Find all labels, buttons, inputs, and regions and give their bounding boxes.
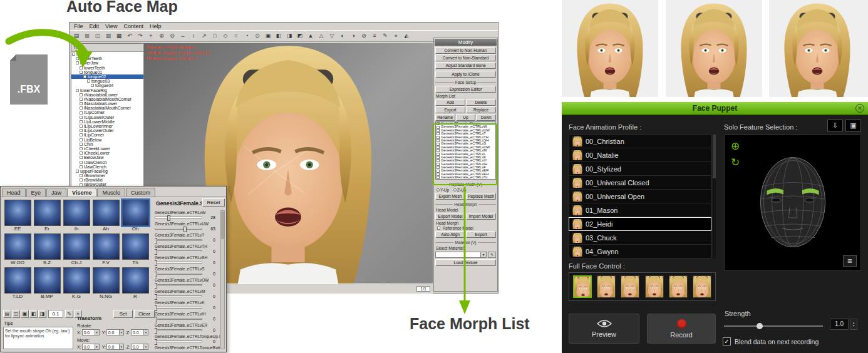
- slider-scrollbar[interactable]: [220, 210, 225, 349]
- expand-icon[interactable]: [80, 174, 83, 177]
- tree-node[interactable]: rNasolabialLower: [71, 93, 143, 97]
- tree-node[interactable]: upperFaceRig: [71, 169, 143, 173]
- tree-node[interactable]: Chin: [71, 142, 143, 146]
- expand-icon[interactable]: [83, 75, 86, 78]
- viseme-thumbnail[interactable]: [4, 233, 31, 260]
- edit-tool-icon[interactable]: ✎: [65, 310, 73, 318]
- expand-icon[interactable]: [80, 102, 83, 105]
- expand-icon[interactable]: [80, 143, 83, 146]
- viseme-thumbnail[interactable]: [34, 233, 61, 260]
- profile-scrollbar[interactable]: [713, 135, 716, 258]
- tree-node[interactable]: lLipLowerOuter: [71, 128, 143, 133]
- slider-track[interactable]: [155, 250, 202, 252]
- tree-node[interactable]: tongue03: [71, 79, 143, 83]
- viseme-thumbnail[interactable]: [122, 267, 149, 294]
- apply-to-iclone-button[interactable]: Apply to iClone: [435, 71, 496, 78]
- viseme-thumbnail[interactable]: [4, 267, 31, 294]
- character-thumbnail[interactable]: [666, 0, 762, 97]
- expand-icon[interactable]: [80, 120, 83, 123]
- tree-node[interactable]: rJawClench: [71, 160, 143, 165]
- slider-knob[interactable]: [155, 260, 157, 266]
- profile-item[interactable]: 00_Stylized: [569, 162, 711, 176]
- viseme-thumbnail[interactable]: [122, 200, 149, 226]
- tree-node[interactable]: lNasolabialMouthCorner: [71, 106, 143, 110]
- character-thumbnail[interactable]: [769, 0, 868, 97]
- viseme-cell[interactable]: Ah: [91, 200, 120, 232]
- toolbar-icon[interactable]: ▲: [306, 31, 316, 41]
- menu-item[interactable]: Help: [147, 23, 165, 29]
- expand-icon[interactable]: [80, 161, 83, 164]
- profile-item[interactable]: 00_Universal Open: [569, 190, 711, 203]
- viseme-cell[interactable]: Er: [33, 200, 61, 232]
- morph-list-button[interactable]: Replace: [466, 106, 496, 113]
- expand-icon[interactable]: [80, 147, 83, 150]
- viseme-thumbnail[interactable]: [34, 267, 61, 294]
- face-control-thumb[interactable]: [573, 275, 592, 298]
- toolbar-icon[interactable]: ▥: [103, 31, 113, 41]
- stepper-icon[interactable]: ▾: [143, 344, 148, 349]
- toolbar-icon[interactable]: ◨: [284, 31, 294, 41]
- morph-order-button[interactable]: Rename: [435, 114, 455, 121]
- clear-button[interactable]: Clear: [134, 310, 155, 318]
- toolbar-icon[interactable]: △: [316, 31, 326, 41]
- expand-icon[interactable]: [80, 138, 83, 141]
- toolbar-icon[interactable]: ◔: [242, 31, 252, 41]
- expand-icon[interactable]: [80, 129, 83, 132]
- convert-button[interactable]: Convert to Non-Human: [435, 47, 496, 54]
- toolbar-icon[interactable]: □: [210, 31, 220, 41]
- face-control-thumb[interactable]: [645, 275, 664, 298]
- viseme-cell[interactable]: Th: [121, 233, 150, 265]
- toolbar-icon[interactable]: ⊖: [167, 31, 177, 41]
- stepper-icon[interactable]: ▾: [119, 330, 123, 335]
- slider-knob[interactable]: [155, 238, 157, 243]
- set-button[interactable]: Set: [113, 310, 133, 318]
- expand-icon[interactable]: [80, 165, 83, 168]
- expand-icon[interactable]: [76, 89, 79, 92]
- radio-icon[interactable]: [437, 188, 440, 192]
- blend-checkbox[interactable]: ✓ Blend data on next recording: [723, 337, 819, 345]
- strength-value[interactable]: 1.0: [830, 319, 849, 330]
- profile-item[interactable]: 02_Heidi: [569, 217, 711, 231]
- rotate-icon[interactable]: ↻: [728, 155, 743, 170]
- feature-list-icon[interactable]: ≣: [843, 255, 857, 267]
- slider-track[interactable]: [155, 340, 202, 342]
- strength-stepper[interactable]: ▴▾: [850, 319, 857, 330]
- expression-editor-button[interactable]: Expression Editor: [435, 86, 496, 93]
- profile-item[interactable]: 01_Mason: [569, 203, 711, 217]
- tree-node[interactable]: tongue02: [71, 74, 143, 79]
- edit-tool-icon[interactable]: ◨: [38, 310, 46, 318]
- face-control-thumb[interactable]: [693, 275, 711, 298]
- face-key-tab[interactable]: Muscle: [97, 188, 125, 197]
- expand-icon[interactable]: [76, 170, 79, 173]
- checkbox-icon[interactable]: ✓: [723, 337, 731, 345]
- axis-input[interactable]: 0.0 ▾: [82, 329, 100, 335]
- slider-knob[interactable]: [155, 305, 157, 311]
- slider-track[interactable]: [155, 273, 202, 275]
- edit-tool-icon[interactable]: ▣: [21, 310, 29, 318]
- slider-knob[interactable]: [155, 272, 157, 277]
- face-control-thumb[interactable]: [669, 275, 688, 298]
- character-thumbnail[interactable]: [562, 0, 658, 97]
- convert-button[interactable]: Adjust Standard Bone: [435, 62, 496, 69]
- viseme-cell[interactable]: T.LD: [3, 267, 32, 299]
- viseme-thumbnail[interactable]: [4, 200, 31, 226]
- menu-item[interactable]: View: [102, 23, 120, 29]
- face-key-tab[interactable]: Jaw: [46, 188, 66, 197]
- toolbar-icon[interactable]: ⊘: [359, 31, 369, 41]
- toolbar-icon[interactable]: ▣: [263, 31, 273, 41]
- viseme-thumbnail[interactable]: [122, 233, 149, 260]
- tree-node[interactable]: lowerFaceRig: [71, 88, 143, 93]
- slider-track[interactable]: [155, 217, 202, 218]
- expand-icon[interactable]: [80, 156, 83, 159]
- toolbar-icon[interactable]: ↷: [135, 31, 145, 41]
- expand-icon[interactable]: [80, 98, 83, 101]
- toolbar-icon[interactable]: ≡: [369, 31, 380, 41]
- toolbar-icon[interactable]: ◑: [348, 31, 358, 41]
- toolbar-icon[interactable]: ✎: [380, 31, 390, 41]
- tree-node[interactable]: rBrowMid: [71, 178, 143, 182]
- viseme-cell[interactable]: Ch.J: [62, 233, 91, 265]
- viseme-cell[interactable]: W.OO: [3, 233, 32, 265]
- viseme-cell[interactable]: N.NG: [91, 267, 120, 299]
- face-control-thumb[interactable]: [621, 275, 639, 298]
- morph-list-button[interactable]: Add: [435, 99, 465, 106]
